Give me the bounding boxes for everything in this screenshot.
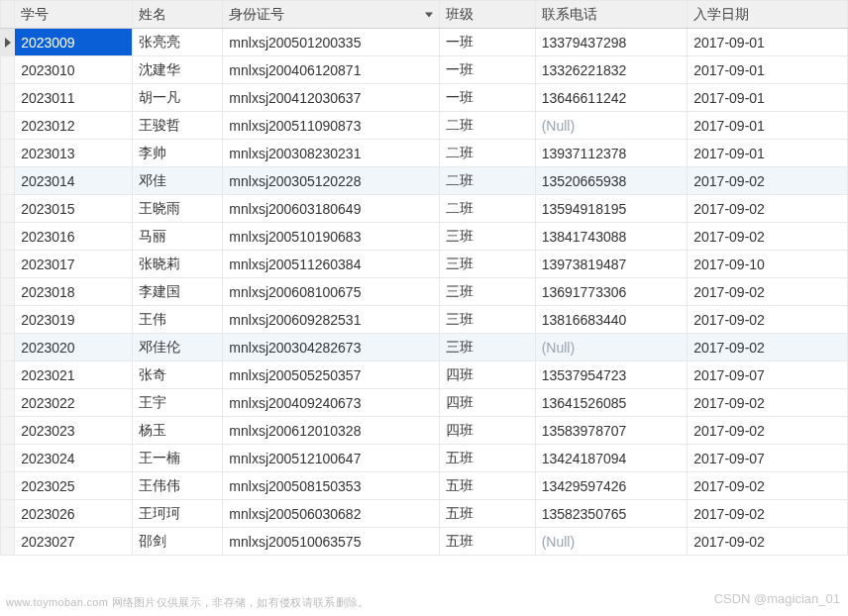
row-indicator[interactable]: [1, 167, 15, 195]
cell-class[interactable]: 四班: [439, 361, 535, 389]
cell-enroll-date[interactable]: 2017-09-10: [688, 251, 848, 278]
row-indicator[interactable]: [1, 528, 15, 556]
cell-phone[interactable]: (Null): [535, 528, 688, 556]
table-row[interactable]: 2023024王一楠mnlxsj200512100647五班1342418709…: [1, 445, 848, 472]
row-indicator[interactable]: [1, 306, 15, 334]
cell-name[interactable]: 张奇: [133, 361, 223, 389]
cell-id-number[interactable]: mnlxsj200506030682: [223, 500, 439, 528]
cell-student-id[interactable]: 2023022: [15, 389, 133, 417]
cell-phone[interactable]: 13973819487: [535, 251, 688, 278]
cell-id-number[interactable]: mnlxsj200304282673: [223, 334, 439, 361]
cell-name[interactable]: 邓佳: [133, 167, 223, 195]
cell-name[interactable]: 胡一凡: [133, 84, 223, 112]
table-row[interactable]: 2023022王宇mnlxsj200409240673四班13641526085…: [1, 389, 848, 417]
cell-enroll-date[interactable]: 2017-09-02: [688, 334, 848, 361]
cell-id-number[interactable]: mnlxsj200406120871: [223, 56, 439, 84]
cell-name[interactable]: 张晓莉: [133, 251, 223, 278]
cell-id-number[interactable]: mnlxsj200305120228: [223, 167, 439, 195]
cell-phone[interactable]: 13691773306: [535, 278, 688, 306]
row-indicator[interactable]: [1, 112, 15, 140]
cell-class[interactable]: 二班: [439, 195, 535, 223]
cell-id-number[interactable]: mnlxsj200501200335: [223, 29, 439, 56]
cell-name[interactable]: 王骏哲: [133, 112, 223, 140]
cell-id-number[interactable]: mnlxsj200409240673: [223, 389, 439, 417]
cell-class[interactable]: 二班: [439, 167, 535, 195]
cell-phone[interactable]: 13841743088: [535, 223, 688, 251]
row-indicator[interactable]: [1, 445, 15, 472]
table-row[interactable]: 2023011胡一凡mnlxsj200412030637一班1364661124…: [1, 84, 848, 112]
cell-class[interactable]: 一班: [439, 84, 535, 112]
cell-id-number[interactable]: mnlxsj200511090873: [223, 112, 439, 140]
table-row[interactable]: 2023016马丽mnlxsj200510190683三班13841743088…: [1, 223, 848, 251]
cell-name[interactable]: 李帅: [133, 140, 223, 167]
cell-student-id[interactable]: 2023009: [15, 29, 133, 56]
cell-phone[interactable]: 13583978707: [535, 417, 688, 445]
table-row[interactable]: 2023025王伟伟mnlxsj200508150353五班1342959742…: [1, 472, 848, 500]
cell-phone[interactable]: 13816683440: [535, 306, 688, 334]
cell-id-number[interactable]: mnlxsj200505250357: [223, 361, 439, 389]
cell-phone[interactable]: 13646611242: [535, 84, 688, 112]
data-grid[interactable]: 学号 姓名 身份证号 班级 联系电话 入学日期 2023009张亮亮mnlxsj…: [0, 0, 848, 616]
cell-phone[interactable]: 13429597426: [535, 472, 688, 500]
cell-phone[interactable]: 13424187094: [535, 445, 688, 472]
cell-student-id[interactable]: 2023019: [15, 306, 133, 334]
cell-enroll-date[interactable]: 2017-09-01: [688, 140, 848, 167]
cell-enroll-date[interactable]: 2017-09-02: [688, 417, 848, 445]
table-row[interactable]: 2023018李建国mnlxsj200608100675三班1369177330…: [1, 278, 848, 306]
cell-student-id[interactable]: 2023024: [15, 445, 133, 472]
row-indicator[interactable]: [1, 223, 15, 251]
cell-name[interactable]: 王珂珂: [133, 500, 223, 528]
cell-enroll-date[interactable]: 2017-09-02: [688, 528, 848, 556]
cell-enroll-date[interactable]: 2017-09-02: [688, 472, 848, 500]
cell-id-number[interactable]: mnlxsj200412030637: [223, 84, 439, 112]
cell-name[interactable]: 王晓雨: [133, 195, 223, 223]
cell-student-id[interactable]: 2023014: [15, 167, 133, 195]
row-indicator[interactable]: [1, 56, 15, 84]
table-row[interactable]: 2023027邵剑mnlxsj200510063575五班(Null)2017-…: [1, 528, 848, 556]
cell-class[interactable]: 三班: [439, 278, 535, 306]
row-indicator[interactable]: [1, 29, 15, 56]
cell-phone[interactable]: 13641526085: [535, 389, 688, 417]
cell-id-number[interactable]: mnlxsj200510190683: [223, 223, 439, 251]
cell-id-number[interactable]: mnlxsj200608100675: [223, 278, 439, 306]
table-row[interactable]: 2023021张奇mnlxsj200505250357四班13537954723…: [1, 361, 848, 389]
cell-name[interactable]: 王宇: [133, 389, 223, 417]
row-indicator[interactable]: [1, 251, 15, 278]
col-header-phone[interactable]: 联系电话: [535, 1, 688, 29]
cell-phone[interactable]: 13379437298: [535, 29, 688, 56]
cell-class[interactable]: 三班: [439, 251, 535, 278]
cell-student-id[interactable]: 2023020: [15, 334, 133, 361]
cell-name[interactable]: 马丽: [133, 223, 223, 251]
cell-student-id[interactable]: 2023012: [15, 112, 133, 140]
cell-student-id[interactable]: 2023016: [15, 223, 133, 251]
row-indicator[interactable]: [1, 84, 15, 112]
cell-enroll-date[interactable]: 2017-09-07: [688, 445, 848, 472]
cell-class[interactable]: 五班: [439, 500, 535, 528]
cell-name[interactable]: 邵剑: [133, 528, 223, 556]
cell-enroll-date[interactable]: 2017-09-01: [688, 112, 848, 140]
cell-id-number[interactable]: mnlxsj200603180649: [223, 195, 439, 223]
row-indicator[interactable]: [1, 472, 15, 500]
col-header-id-number[interactable]: 身份证号: [223, 1, 439, 29]
cell-student-id[interactable]: 2023015: [15, 195, 133, 223]
row-indicator[interactable]: [1, 500, 15, 528]
cell-class[interactable]: 三班: [439, 223, 535, 251]
cell-name[interactable]: 张亮亮: [133, 29, 223, 56]
cell-enroll-date[interactable]: 2017-09-01: [688, 56, 848, 84]
cell-phone[interactable]: 13537954723: [535, 361, 688, 389]
cell-enroll-date[interactable]: 2017-09-02: [688, 306, 848, 334]
table-row[interactable]: 2023010沈建华mnlxsj200406120871一班1332622183…: [1, 56, 848, 84]
col-header-student-id[interactable]: 学号: [15, 1, 133, 29]
cell-name[interactable]: 王伟: [133, 306, 223, 334]
cell-name[interactable]: 沈建华: [133, 56, 223, 84]
table-row[interactable]: 2023014邓佳mnlxsj200305120228二班13520665938…: [1, 167, 848, 195]
table-row[interactable]: 2023015王晓雨mnlxsj200603180649二班1359491819…: [1, 195, 848, 223]
cell-class[interactable]: 三班: [439, 334, 535, 361]
cell-class[interactable]: 二班: [439, 112, 535, 140]
cell-id-number[interactable]: mnlxsj200308230231: [223, 140, 439, 167]
cell-class[interactable]: 二班: [439, 140, 535, 167]
cell-student-id[interactable]: 2023013: [15, 140, 133, 167]
cell-enroll-date[interactable]: 2017-09-01: [688, 29, 848, 56]
cell-enroll-date[interactable]: 2017-09-07: [688, 361, 848, 389]
cell-student-id[interactable]: 2023021: [15, 361, 133, 389]
